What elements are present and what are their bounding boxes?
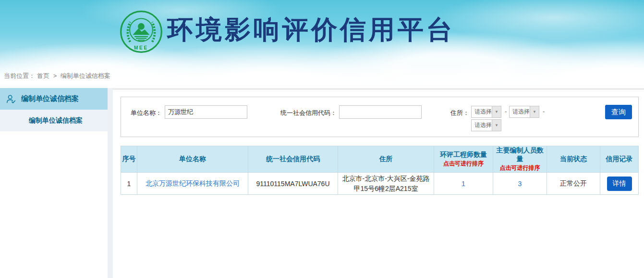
district-select-button[interactable]: ▼ <box>492 120 501 131</box>
city-select[interactable]: 请选择 ▼ <box>509 106 539 118</box>
district-select-value: 请选择 <box>472 120 492 131</box>
col-header-status: 当前状态 <box>547 146 600 173</box>
sidebar-item-archive-sub[interactable]: 编制单位诚信档案 <box>0 110 108 131</box>
staff-count-link[interactable]: 3 <box>518 180 522 188</box>
sidebar: 编制单位诚信档案 编制单位诚信档案 <box>0 88 108 278</box>
row-index-cell: 1 <box>121 173 137 195</box>
table-row: 1 北京万源世纪环保科技有限公司 91110115MA7LWUA76U 北京市-… <box>121 173 639 195</box>
credit-code-cell: 91110115MA7LWUA76U <box>248 173 338 195</box>
sidebar-item-label: 编制单位诚信档案 <box>21 94 79 103</box>
province-select[interactable]: 请选择 ▼ <box>471 106 501 118</box>
site-header: MEE 环境影响评价信用平台 当前位置：首页 > 编制单位诚信档案 <box>0 0 644 88</box>
mee-logo-text: MEE <box>134 45 148 51</box>
breadcrumb-home-link[interactable]: 首页 <box>37 72 49 79</box>
city-select-button[interactable]: ▼ <box>530 106 539 117</box>
address-label: 住所： <box>450 109 469 117</box>
result-table: 序号 单位名称 统一社会信用代码 住所 环评工程师数量 点击可进行排序 主要编制… <box>121 146 639 195</box>
chevron-down-icon: ▼ <box>533 110 536 114</box>
breadcrumb-current: 编制单位诚信档案 <box>61 72 110 79</box>
status-cell: 正常公开 <box>547 173 600 195</box>
district-select[interactable]: 请选择 ▼ <box>471 119 501 131</box>
col-header-engineer-count[interactable]: 环评工程师数量 点击可进行排序 <box>434 146 493 173</box>
breadcrumb: 当前位置：首页 > 编制单位诚信档案 <box>4 72 112 80</box>
breadcrumb-prefix: 当前位置： <box>4 72 35 79</box>
address-dash-2: - <box>543 108 545 115</box>
user-check-icon <box>6 94 16 104</box>
province-select-button[interactable]: ▼ <box>492 106 501 117</box>
col-header-credit-record: 信用记录 <box>600 146 639 173</box>
table-header-row: 序号 单位名称 统一社会信用代码 住所 环评工程师数量 点击可进行排序 主要编制… <box>121 146 639 173</box>
col-header-staff-count-label: 主要编制人员数量 <box>497 146 544 163</box>
col-header-name: 单位名称 <box>137 146 248 173</box>
address-dash-1: - <box>505 108 507 115</box>
engineer-count-link[interactable]: 1 <box>462 180 465 188</box>
col-header-address: 住所 <box>338 146 434 173</box>
chevron-down-icon: ▼ <box>495 110 498 114</box>
credit-code-input[interactable] <box>339 105 422 119</box>
engineer-sort-hint[interactable]: 点击可进行排序 <box>434 160 493 168</box>
col-header-credit-code: 统一社会信用代码 <box>248 146 338 173</box>
company-name-link[interactable]: 北京万源世纪环保科技有限公司 <box>146 179 240 187</box>
page-title: 环境影响评价信用平台 <box>167 13 455 48</box>
sidebar-item-archive-parent[interactable]: 编制单位诚信档案 <box>0 88 108 110</box>
query-button[interactable]: 查询 <box>605 105 632 119</box>
page-body: 编制单位诚信档案 编制单位诚信档案 单位名称： 统一社会信用代码： 住所： 请选… <box>0 88 644 278</box>
col-header-index: 序号 <box>121 146 137 173</box>
province-select-value: 请选择 <box>472 106 492 117</box>
sidebar-divider <box>108 88 113 278</box>
mee-logo-icon: MEE <box>119 10 163 54</box>
chevron-down-icon: ▼ <box>495 123 498 127</box>
unit-name-label: 单位名称： <box>131 109 162 117</box>
detail-button[interactable]: 详情 <box>607 177 632 191</box>
search-panel: 单位名称： 统一社会信用代码： 住所： 请选择 ▼ - 请选择 ▼ - 请选择 … <box>121 97 639 137</box>
address-cell: 北京市-北京市-大兴区-金苑路甲15号6幢2层A215室 <box>338 173 434 195</box>
main-content: 单位名称： 统一社会信用代码： 住所： 请选择 ▼ - 请选择 ▼ - 请选择 … <box>113 88 644 278</box>
col-header-engineer-count-label: 环评工程师数量 <box>440 151 487 158</box>
col-header-staff-count[interactable]: 主要编制人员数量 点击可进行排序 <box>493 146 547 173</box>
staff-sort-hint[interactable]: 点击可进行排序 <box>493 164 547 172</box>
sidebar-subitem-label: 编制单位诚信档案 <box>29 116 83 125</box>
city-select-value: 请选择 <box>510 106 530 117</box>
breadcrumb-separator: > <box>53 72 57 79</box>
credit-code-label: 统一社会信用代码： <box>280 109 337 117</box>
unit-name-input[interactable] <box>165 105 247 119</box>
